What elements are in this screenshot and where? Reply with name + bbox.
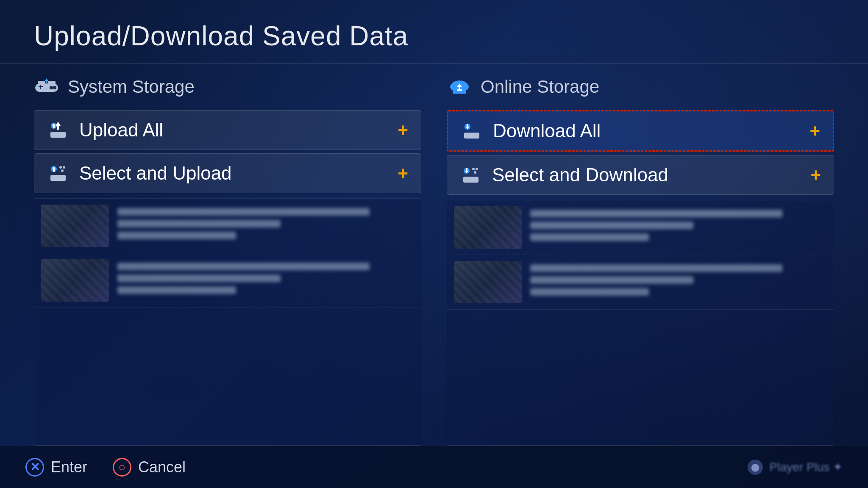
system-storage-label: System Storage [68,77,195,97]
system-game-list [34,198,421,446]
online-game-info-2 [530,264,827,300]
svg-rect-16 [50,175,66,181]
blurred-line [117,263,370,270]
blurred-line [530,210,782,217]
cross-button[interactable]: ✕ [25,458,44,477]
system-game-thumb-1 [41,205,109,247]
svg-rect-40 [466,168,467,171]
svg-marker-11 [56,122,61,126]
bottom-bar: ✕ Enter ○ Cancel ⬤ Player Plus ✦ [0,446,868,488]
svg-point-4 [53,86,56,89]
system-game-thumb-2 [41,259,109,302]
online-game-item-2 [447,255,834,310]
svg-point-23 [61,169,64,172]
svg-rect-35 [467,124,468,127]
svg-rect-9 [50,132,66,138]
upload-all-label: Upload All [79,119,387,141]
blurred-line [117,286,236,294]
online-storage-header: Online Storage [447,72,834,102]
online-game-item-1 [447,200,834,255]
system-game-info-2 [117,263,414,298]
select-upload-plus: + [398,163,408,183]
main-content: System Storage Upload All + [34,72,834,446]
select-download-button[interactable]: Select and Download + [447,155,834,195]
online-storage-icon [447,76,472,97]
upload-all-plus: + [398,120,408,140]
svg-point-41 [472,168,475,170]
svg-rect-1 [38,81,45,85]
blurred-line [530,222,693,229]
svg-rect-15 [53,125,55,128]
online-storage-column: Online Storage Download All + [447,72,834,446]
system-storage-icon [34,76,59,97]
system-game-item-1 [34,199,421,253]
svg-rect-20 [53,169,55,172]
online-game-thumb-2 [454,261,522,303]
system-game-info-1 [117,208,414,244]
online-storage-label: Online Storage [481,77,599,97]
blurred-line [530,233,649,241]
svg-rect-8 [46,80,47,83]
blurred-line [117,232,236,239]
bottom-right-info: ⬤ Player Plus ✦ [748,460,843,475]
cancel-action[interactable]: ○ Cancel [113,458,186,477]
svg-rect-2 [48,81,56,85]
svg-rect-12 [57,125,59,130]
online-game-list [447,200,834,446]
system-storage-column: System Storage Upload All + [34,72,421,446]
enter-label: Enter [51,458,87,476]
select-upload-label: Select and Upload [79,163,387,184]
blurred-line [117,220,281,227]
svg-rect-29 [459,86,460,90]
enter-action[interactable]: ✕ Enter [25,458,87,477]
download-all-label: Download All [493,120,799,141]
online-game-thumb-1 [454,206,522,249]
download-all-button[interactable]: Download All + [447,110,834,152]
title-divider [0,63,868,64]
circle-symbol: ○ [119,460,126,474]
svg-rect-31 [464,133,479,139]
select-upload-icon [47,162,69,184]
upload-all-button[interactable]: Upload All + [34,110,421,150]
svg-point-22 [63,166,65,169]
upload-all-icon [47,119,69,141]
svg-rect-36 [463,177,479,183]
bottom-right-text: Player Plus ✦ [770,460,843,474]
select-download-icon [460,164,482,186]
svg-rect-30 [457,89,462,91]
download-all-plus: + [810,121,820,141]
select-download-label: Select and Download [492,164,800,186]
select-download-plus: + [810,165,821,185]
download-all-icon [461,120,483,142]
blurred-line [117,208,370,216]
blurred-line [530,288,649,296]
system-game-item-2 [34,253,421,308]
blurred-line [530,264,782,272]
online-game-info-1 [530,210,827,245]
svg-point-21 [59,166,62,169]
blurred-line [117,274,281,282]
system-storage-header: System Storage [34,72,421,102]
blurred-line [530,276,693,284]
circle-button[interactable]: ○ [113,458,131,477]
svg-point-3 [50,86,53,89]
select-upload-button[interactable]: Select and Upload + [34,153,421,193]
svg-point-42 [476,168,478,170]
page-title: Upload/Download Saved Data [34,20,408,52]
svg-point-43 [474,171,476,174]
cancel-label: Cancel [138,458,186,476]
cross-symbol: ✕ [30,460,40,474]
ps-icon: ⬤ [748,460,763,475]
svg-rect-6 [40,85,41,89]
